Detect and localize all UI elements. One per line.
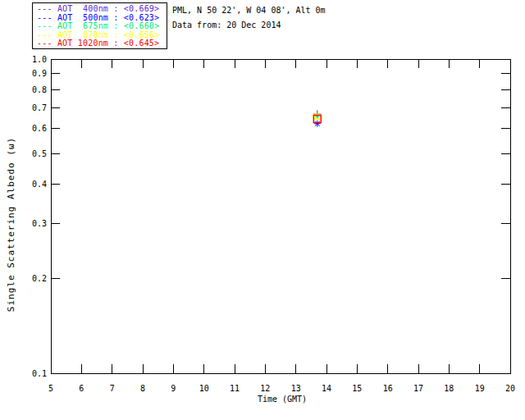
- y-tick-label: 0.8: [32, 85, 47, 94]
- x-tick-label: 14: [322, 384, 331, 393]
- x-tick-label: 12: [260, 384, 270, 393]
- y-axis-title: Single Scattering Albedo (ω): [6, 137, 16, 312]
- chart-canvas: 5678910111213141516171819201.00.90.80.70…: [0, 0, 525, 420]
- y-tick-label: 0.2: [32, 274, 47, 283]
- x-tick-label: 9: [171, 384, 176, 393]
- x-tick-label: 5: [48, 384, 53, 393]
- y-tick-label: 0.5: [32, 149, 47, 158]
- x-tick-label: 18: [444, 384, 454, 393]
- x-axis-title: Time (GMT): [258, 395, 307, 404]
- ssa-daily-plot: 5678910111213141516171819201.00.90.80.70…: [0, 0, 525, 420]
- y-tick-label: 0.6: [32, 124, 47, 133]
- x-tick-label: 10: [199, 384, 209, 393]
- x-tick-label: 19: [475, 384, 485, 393]
- y-tick-label: 1.0: [32, 55, 47, 64]
- station-info-line: PML, N 50 22', W 04 08', Alt 0m: [172, 6, 326, 15]
- x-tick-label: 6: [79, 384, 84, 393]
- legend-row-0: --- AOT 400nm : <0.669>: [37, 5, 167, 14]
- legend-row-4: --- AOT 1020nm : <0.645>: [37, 39, 167, 48]
- y-tick-label: 0.3: [32, 219, 47, 228]
- x-tick-label: 13: [291, 384, 301, 393]
- x-tick-label: 7: [110, 384, 115, 393]
- y-tick-label: 0.7: [32, 103, 47, 112]
- x-tick-label: 11: [230, 384, 240, 393]
- x-tick-label: 15: [352, 384, 362, 393]
- x-tick-label: 8: [140, 384, 145, 393]
- y-tick-label: 0.1: [32, 369, 47, 378]
- x-tick-label: 20: [505, 384, 515, 393]
- plot-frame: [51, 59, 510, 373]
- x-tick-label: 17: [413, 384, 423, 393]
- y-tick-label: 0.9: [32, 69, 47, 78]
- legend-box: --- AOT 400nm : <0.669>--- AOT 500nm : <…: [32, 2, 167, 49]
- y-tick-label: 0.4: [32, 180, 47, 189]
- x-tick-label: 16: [383, 384, 393, 393]
- data-date-line: Data from: 20 Dec 2014: [172, 21, 281, 30]
- data-point-aot-500nm: [314, 121, 321, 127]
